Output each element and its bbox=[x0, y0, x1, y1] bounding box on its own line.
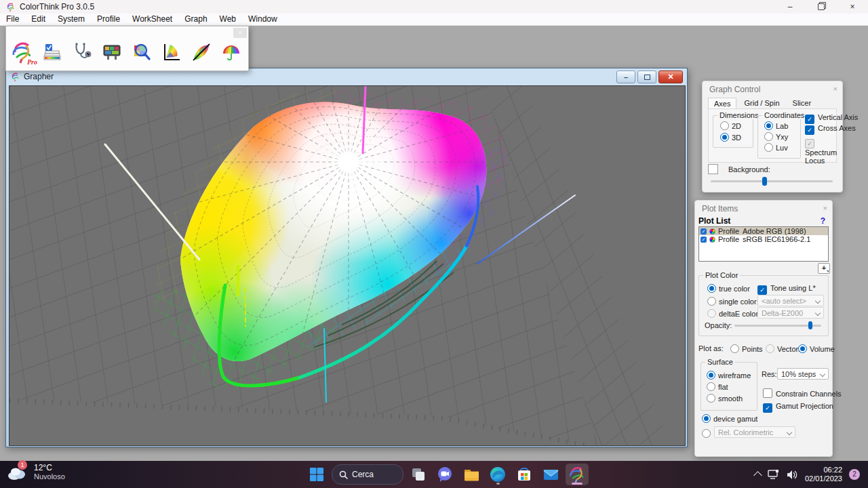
chat-button[interactable] bbox=[433, 464, 456, 485]
row-checkbox[interactable] bbox=[701, 237, 707, 243]
task-view-icon bbox=[410, 466, 427, 483]
profile-doctor-icon[interactable] bbox=[68, 39, 96, 66]
background-label: Background: bbox=[728, 165, 770, 174]
radio-2d[interactable]: 2D bbox=[720, 121, 741, 130]
store-button[interactable] bbox=[513, 464, 536, 485]
file-explorer-button[interactable] bbox=[460, 464, 483, 485]
single-color-dropdown[interactable]: <auto select> bbox=[757, 295, 824, 306]
grapher-close-button[interactable]: ✕ bbox=[658, 70, 683, 83]
mail-button[interactable] bbox=[539, 464, 562, 485]
menu-edit[interactable]: Edit bbox=[25, 14, 52, 25]
spectral-palette-icon[interactable] bbox=[218, 39, 245, 66]
taskbar: 1 12°C Nuvoloso Cerca bbox=[0, 461, 868, 488]
task-view-button[interactable] bbox=[407, 464, 430, 485]
radio-luv[interactable]: Luv bbox=[764, 143, 788, 152]
image-viewer-icon[interactable] bbox=[98, 39, 125, 66]
opacity-slider[interactable] bbox=[734, 325, 821, 327]
radio-yxy[interactable]: Yxy bbox=[764, 132, 788, 141]
graph-control-title: Graph Control bbox=[709, 85, 760, 94]
graph-control-close-icon[interactable]: × bbox=[833, 85, 837, 93]
background-color-swatch[interactable] bbox=[708, 164, 718, 174]
plot-list-row[interactable]: Profile sRGB IEC61966-2.1 bbox=[699, 235, 828, 243]
close-button[interactable]: × bbox=[837, 0, 868, 14]
colorthink-taskbar-button[interactable] bbox=[566, 464, 589, 485]
true-color-radio[interactable]: true color bbox=[707, 284, 750, 293]
axes-tab-page: Dimensions 2D 3D Coordinates Lab Yxy Luv… bbox=[708, 108, 837, 163]
constrain-channels-checkbox[interactable]: Constrain Channels bbox=[763, 388, 842, 398]
tone-using-l-checkbox[interactable]: Tone using L* bbox=[757, 284, 816, 295]
help-icon[interactable]: ? bbox=[821, 216, 825, 226]
tab-slicer[interactable]: Slicer bbox=[787, 98, 817, 109]
grapher-maximize-button[interactable] bbox=[637, 70, 656, 83]
grapher-3d-icon[interactable] bbox=[188, 39, 215, 66]
menu-file[interactable]: File bbox=[0, 14, 25, 25]
spectrum-locus-checkbox[interactable]: Spectrum Locus bbox=[805, 138, 835, 165]
profile-wheel-icon bbox=[709, 237, 715, 243]
background-slider[interactable] bbox=[711, 180, 833, 182]
single-color-radio[interactable]: single color: bbox=[707, 297, 759, 306]
menu-window[interactable]: Window bbox=[242, 14, 283, 25]
wireframe-radio[interactable]: wireframe bbox=[707, 371, 751, 380]
grapher-minimize-button[interactable]: – bbox=[616, 70, 635, 83]
add-profile-button[interactable]: + bbox=[818, 263, 830, 274]
opacity-slider-thumb[interactable] bbox=[808, 321, 812, 329]
rendering-intent-dropdown[interactable]: Rel. Colorimetric bbox=[714, 426, 795, 438]
grapher-window: Grapher – ✕ bbox=[5, 68, 688, 447]
chromaticity-2d-icon[interactable] bbox=[158, 39, 185, 66]
smooth-radio[interactable]: smooth bbox=[707, 394, 743, 403]
pro-label: Pro bbox=[27, 58, 37, 66]
flat-radio[interactable]: flat bbox=[707, 382, 728, 391]
chromaticity-glyph bbox=[161, 41, 182, 63]
rendering-intent-radio[interactable] bbox=[702, 429, 713, 438]
deltae-color-radio[interactable]: deltaE color: bbox=[707, 309, 760, 318]
device-gamut-radio[interactable]: device gamut bbox=[702, 414, 757, 423]
gamut-3d-canvas[interactable] bbox=[9, 85, 686, 446]
clock[interactable]: 06:22 02/01/2023 bbox=[805, 466, 842, 483]
points-radio[interactable]: Points bbox=[730, 344, 763, 353]
network-icon[interactable] bbox=[768, 469, 780, 480]
edge-button[interactable] bbox=[486, 464, 509, 485]
vertical-axis-checkbox[interactable]: Vertical Axis bbox=[805, 113, 858, 124]
gamut-3d-view[interactable] bbox=[9, 86, 685, 445]
edge-running-indicator bbox=[496, 483, 500, 485]
radio-lab[interactable]: Lab bbox=[764, 121, 788, 130]
plot-items-close-icon[interactable]: × bbox=[823, 204, 827, 212]
plot-items-title: Plot Items bbox=[702, 204, 738, 214]
tab-grid-spin[interactable]: Grid / Spin bbox=[739, 98, 785, 109]
color-inspector-icon[interactable] bbox=[128, 39, 155, 66]
toolbar-close-icon[interactable]: × bbox=[233, 28, 247, 38]
grapher-title: Grapher bbox=[24, 72, 54, 81]
weather-widget[interactable]: 1 12°C Nuvoloso bbox=[7, 463, 65, 481]
plot-as-label: Plot as: bbox=[698, 344, 724, 352]
search-box[interactable]: Cerca bbox=[332, 464, 403, 485]
plot-list-row[interactable]: Profile Adobe RGB (1998) bbox=[699, 227, 828, 235]
minimize-button[interactable]: – bbox=[774, 0, 806, 14]
plot-list[interactable]: Profile Adobe RGB (1998) Profile sRGB IE… bbox=[698, 226, 829, 262]
mail-icon bbox=[542, 466, 560, 484]
notification-badge[interactable]: 2 bbox=[849, 469, 860, 480]
weather-condition: Nuvoloso bbox=[34, 472, 65, 481]
menu-profile[interactable]: Profile bbox=[91, 14, 126, 25]
background-slider-thumb[interactable] bbox=[762, 177, 767, 186]
tray-chevron-icon[interactable] bbox=[753, 471, 762, 480]
start-button[interactable] bbox=[305, 464, 328, 485]
radio-3d[interactable]: 3D bbox=[720, 133, 741, 142]
res-dropdown[interactable]: 10% steps bbox=[777, 368, 829, 380]
restore-button[interactable] bbox=[806, 0, 837, 14]
menu-graph[interactable]: Graph bbox=[178, 14, 213, 25]
deltae-dropdown[interactable]: Delta-E2000 bbox=[757, 307, 824, 319]
vectors-radio[interactable]: Vectors bbox=[766, 344, 802, 353]
menu-worksheet[interactable]: WorkSheet bbox=[126, 14, 178, 25]
profile-stack-icon[interactable] bbox=[39, 39, 66, 66]
gamut-projection-checkbox[interactable]: Gamut Projection bbox=[763, 402, 833, 413]
active-app-indicator bbox=[572, 483, 583, 485]
cross-axes-checkbox[interactable]: Cross Axes bbox=[805, 124, 856, 135]
row-name: sRGB IEC61966-2.1 bbox=[743, 235, 810, 243]
menu-web[interactable]: Web bbox=[214, 14, 242, 25]
colorthink-brain-icon[interactable]: Pro bbox=[9, 39, 36, 66]
volume-icon[interactable] bbox=[787, 470, 798, 480]
menu-bar: File Edit System Profile WorkSheet Graph… bbox=[0, 14, 868, 26]
menu-system[interactable]: System bbox=[52, 14, 91, 25]
row-checkbox[interactable] bbox=[701, 228, 707, 235]
volume-radio[interactable]: Volume bbox=[798, 344, 835, 353]
